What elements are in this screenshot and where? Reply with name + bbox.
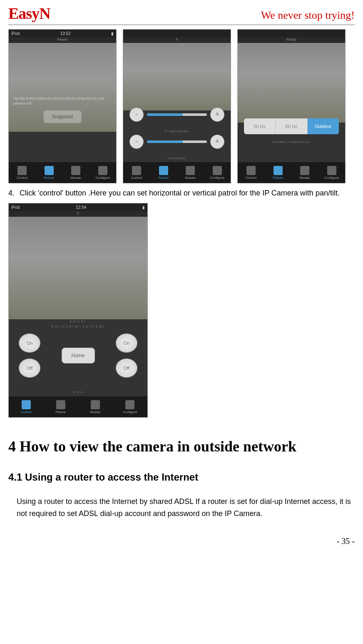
gear-icon xyxy=(213,166,222,175)
home-button[interactable]: Home xyxy=(62,348,95,363)
tab-mosaic[interactable]: Mosaic xyxy=(291,162,318,183)
title-bar: 5 xyxy=(123,37,231,43)
status-bar: iPod 12:54 ▮ xyxy=(9,203,147,211)
tab-configure[interactable]: Configure xyxy=(318,162,346,183)
status-time: 12:54 xyxy=(76,205,86,210)
title-bar: 5 xyxy=(9,211,147,217)
screenshots-row-top: iPod 13:52 ▮ Easyip Tap the button below… xyxy=(8,29,355,183)
step-4-text: 4. Click 'control' button .Here you can … xyxy=(8,188,355,199)
grid-icon xyxy=(186,166,195,175)
move-icon xyxy=(17,166,27,175)
gear-icon xyxy=(125,400,134,409)
subsection-4-1-heading: 4.1 Using a router to access the Interne… xyxy=(8,471,355,483)
status-time: 13:52 xyxy=(60,31,70,36)
camera-feed xyxy=(9,217,147,319)
tab-configure[interactable]: Configure xyxy=(204,162,231,183)
camera-feed xyxy=(238,43,345,123)
tab-picture[interactable]: Picture xyxy=(265,162,292,183)
tab-mosaic[interactable]: Mosaic xyxy=(62,162,90,183)
on-right-button[interactable]: On xyxy=(116,333,137,353)
contrast-slider[interactable]: - + xyxy=(129,135,224,149)
grid-icon xyxy=(91,400,100,409)
slider-track[interactable] xyxy=(147,113,207,116)
status-bar xyxy=(238,30,345,37)
outdoor-button[interactable]: Outdoor xyxy=(308,118,339,134)
bottom-tabs: Control Picture Mosaic Configure xyxy=(238,162,345,183)
off-left-button[interactable]: Off xyxy=(19,358,40,378)
title-bar: Easyip xyxy=(238,37,345,43)
on-left-button[interactable]: On xyxy=(19,333,40,353)
slider-track[interactable] xyxy=(147,140,207,143)
tab-mosaic[interactable]: Mosaic xyxy=(177,162,204,183)
tab-picture[interactable]: Picture xyxy=(150,162,177,183)
control-area: patrol horizontal-vertical On On Home Of… xyxy=(9,315,147,383)
sliders-icon xyxy=(56,400,65,409)
bottom-tabs: Control Picture Mosaic Configure xyxy=(123,162,231,183)
page-dots: • ○ ○ xyxy=(9,390,147,394)
minus-icon[interactable]: - xyxy=(129,135,144,149)
brightness-slider[interactable]: - + xyxy=(129,108,224,122)
control-grid: On On Home Off Off xyxy=(17,333,139,378)
flicker-label: flicker reduction xyxy=(238,140,345,144)
status-bar xyxy=(123,30,231,37)
tab-configure[interactable]: Configure xyxy=(113,396,147,417)
tab-control[interactable]: Control xyxy=(9,396,43,417)
tab-control[interactable]: Control xyxy=(238,162,265,183)
tab-picture[interactable]: Picture xyxy=(36,162,63,183)
snapshot-button[interactable]: Snapshot xyxy=(43,110,82,123)
grid-icon xyxy=(71,166,80,175)
screenshot-flicker: Easyip 50 Hz 60 Hz Outdoor flicker reduc… xyxy=(237,29,346,183)
screenshot-brightness: 5 - + brightness - + contrast Control Pi… xyxy=(123,29,231,183)
contrast-label: contrast xyxy=(129,156,224,160)
step-body: Click 'control' button .Here you can set… xyxy=(20,188,340,199)
gear-icon xyxy=(98,166,107,175)
screenshot-control: iPod 12:54 ▮ 5 patrol horizontal-vertica… xyxy=(8,203,148,418)
brightness-label: brightness xyxy=(129,129,224,133)
section-4-heading: 4 How to view the camera in outside netw… xyxy=(8,430,355,463)
sliders-icon xyxy=(159,166,168,175)
page-number: - 35 - xyxy=(8,536,355,546)
hz-segmented[interactable]: 50 Hz 60 Hz Outdoor xyxy=(244,118,339,134)
battery-icon: ▮ xyxy=(111,31,114,36)
body-paragraph: Using a router to access the Internet by… xyxy=(8,496,355,520)
snapshot-hint: Tap the button below to save a picture s… xyxy=(13,96,116,106)
move-icon xyxy=(132,166,141,175)
move-icon xyxy=(22,400,31,409)
patrol-label: patrol horizontal-vertical xyxy=(17,319,139,329)
hz-60-button[interactable]: 60 Hz xyxy=(276,118,307,134)
minus-icon[interactable]: - xyxy=(129,108,144,122)
step-number: 4. xyxy=(8,188,15,199)
screenshot-snapshot: iPod 13:52 ▮ Easyip Tap the button below… xyxy=(8,29,117,183)
tab-configure[interactable]: Configure xyxy=(90,162,117,183)
status-device: iPod xyxy=(11,205,20,210)
sliders-icon xyxy=(273,166,283,175)
plus-icon[interactable]: + xyxy=(210,108,224,122)
off-right-button[interactable]: Off xyxy=(116,358,137,378)
tab-picture[interactable]: Picture xyxy=(43,396,78,417)
tab-control[interactable]: Control xyxy=(9,162,36,183)
title-bar: Easyip xyxy=(9,37,116,43)
plus-icon[interactable]: + xyxy=(210,135,224,149)
status-bar: iPod 13:52 ▮ xyxy=(9,30,116,37)
bottom-tabs: Control Picture Mosaic Configure xyxy=(9,162,116,183)
camera-feed xyxy=(123,43,231,110)
status-device: iPod xyxy=(11,31,20,36)
page-header: EasyN We never stop trying! xyxy=(8,4,355,25)
logo: EasyN xyxy=(8,4,50,23)
gear-icon xyxy=(327,166,336,175)
sliders-area: - + brightness - + contrast xyxy=(123,103,231,166)
sliders-icon xyxy=(45,166,54,175)
bottom-tabs: Control Picture Mosaic Configure xyxy=(9,396,147,417)
tab-control[interactable]: Control xyxy=(123,162,150,183)
move-icon xyxy=(246,166,256,175)
grid-icon xyxy=(300,166,309,175)
battery-icon: ▮ xyxy=(142,205,145,210)
camera-feed: Tap the button below to save a picture s… xyxy=(9,43,116,132)
hz-50-button[interactable]: 50 Hz xyxy=(244,118,276,134)
tab-mosaic[interactable]: Mosaic xyxy=(78,396,113,417)
slogan: We never stop trying! xyxy=(261,9,355,22)
